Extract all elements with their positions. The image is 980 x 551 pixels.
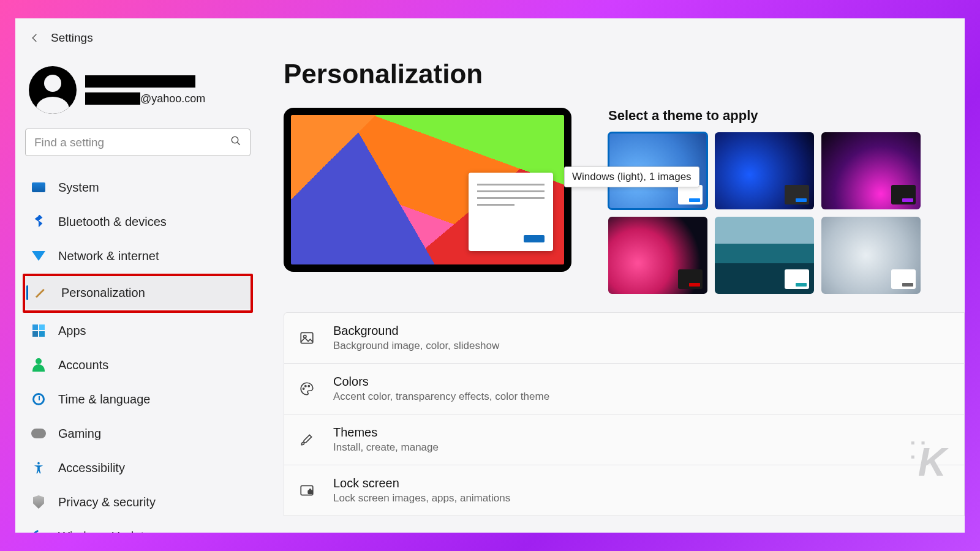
svg-rect-8 [308, 490, 312, 493]
nav-bluetooth[interactable]: Bluetooth & devices [23, 205, 253, 238]
theme-windows-dark[interactable] [715, 132, 814, 209]
search-box[interactable] [25, 129, 251, 156]
search-icon [230, 135, 241, 149]
sidebar: @yahoo.com System B [15, 55, 260, 533]
svg-rect-2 [301, 332, 313, 343]
theme-flow[interactable] [821, 217, 921, 294]
paintbrush-icon [298, 430, 316, 449]
system-icon [30, 179, 47, 196]
theme-glow[interactable] [821, 132, 921, 209]
nav-time[interactable]: Time & language [23, 383, 253, 416]
apps-icon [30, 322, 47, 339]
nav-system[interactable]: System [23, 171, 253, 204]
page-title: Personalization [284, 59, 965, 89]
nav-list: System Bluetooth & devices Network & int… [23, 171, 253, 533]
svg-point-6 [308, 386, 309, 387]
nav-network[interactable]: Network & internet [23, 239, 253, 272]
gamepad-icon [30, 425, 47, 442]
theme-heading: Select a theme to apply [608, 108, 965, 124]
theme-grid: Windows (light), 1 images [608, 132, 965, 294]
app-title: Settings [51, 31, 93, 45]
nav-apps[interactable]: Apps [23, 314, 253, 347]
setting-colors[interactable]: Colors Accent color, transparency effect… [284, 364, 965, 414]
setting-lock-screen[interactable]: Lock screen Lock screen images, apps, an… [284, 465, 965, 516]
shield-icon [30, 493, 47, 511]
user-name-redacted [85, 75, 195, 88]
nav-windows-update[interactable]: Windows Update [23, 520, 253, 533]
clock-icon [30, 391, 47, 408]
nav-gaming[interactable]: Gaming [23, 417, 253, 450]
user-email: @yahoo.com [85, 92, 205, 105]
svg-point-1 [37, 462, 40, 465]
svg-point-5 [305, 386, 306, 387]
user-block[interactable]: @yahoo.com [23, 55, 253, 129]
avatar [29, 66, 77, 114]
setting-background[interactable]: Background Background image, color, slid… [284, 312, 965, 364]
lock-screen-icon [298, 481, 316, 500]
back-button[interactable] [23, 26, 47, 50]
settings-list: Background Background image, color, slid… [284, 312, 965, 516]
brush-icon [33, 284, 50, 301]
watermark: ▪ ▪▪K [918, 440, 944, 485]
main-content: Personalization Select a theme to apply … [260, 55, 965, 533]
setting-themes[interactable]: Themes Install, create, manage [284, 414, 965, 465]
person-icon [30, 356, 47, 373]
title-bar: Settings [15, 18, 965, 55]
settings-window: Settings @yahoo.com [15, 18, 965, 533]
nav-personalization[interactable]: Personalization [25, 276, 251, 309]
nav-privacy[interactable]: Privacy & security [23, 485, 253, 519]
nav-accessibility[interactable]: Accessibility [23, 451, 253, 484]
highlight-box: Personalization [23, 274, 253, 313]
svg-point-0 [232, 137, 238, 143]
update-icon [30, 528, 47, 533]
preview-dialog [469, 173, 553, 251]
desktop-preview [284, 108, 571, 272]
svg-point-4 [303, 388, 304, 389]
bluetooth-icon [30, 213, 47, 230]
nav-accounts[interactable]: Accounts [23, 348, 253, 381]
theme-captured-motion[interactable] [608, 217, 707, 294]
wifi-icon [30, 247, 47, 264]
accessibility-icon [30, 459, 47, 476]
picture-icon [298, 329, 316, 347]
theme-sunrise[interactable] [715, 217, 814, 294]
theme-tooltip: Windows (light), 1 images [564, 167, 699, 187]
search-input[interactable] [34, 136, 230, 149]
palette-icon [298, 380, 316, 398]
